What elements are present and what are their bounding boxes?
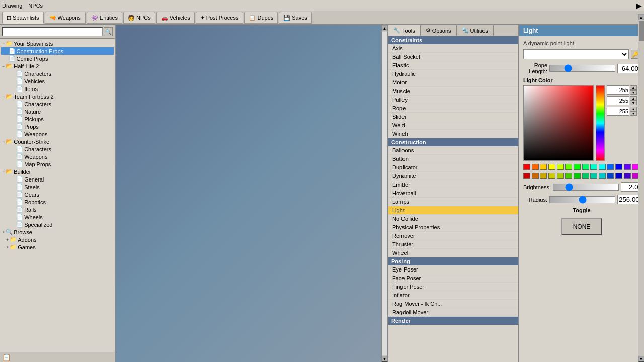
constraint-rope[interactable]: Rope xyxy=(388,104,518,113)
construction-wheel[interactable]: Wheel xyxy=(388,249,518,257)
tree-item-builder-specialized[interactable]: 📄 Specialized xyxy=(1,221,114,228)
posing-inflator[interactable]: Inflator xyxy=(388,291,518,300)
color-swatch[interactable] xyxy=(590,173,597,179)
light-dropdown[interactable] xyxy=(523,49,629,59)
color-swatch[interactable] xyxy=(599,173,606,179)
color-swatch[interactable] xyxy=(532,164,539,170)
tree-item-tf2[interactable]: − 📂 Team Fortress 2 xyxy=(1,93,114,100)
tree-item-spawnlists[interactable]: − 📁 Your Spawnlists xyxy=(1,40,114,47)
brightness-slider[interactable] xyxy=(553,184,619,191)
color-swatch[interactable] xyxy=(548,164,555,170)
color-swatch[interactable] xyxy=(624,164,631,170)
tree-item-cs-map-props[interactable]: 📄 Map Props xyxy=(1,160,114,168)
tree-item-builder-rails[interactable]: 📄 Rails xyxy=(1,206,114,213)
color-swatch[interactable] xyxy=(523,164,530,170)
tree-item-builder-gears[interactable]: 📄 Gears xyxy=(1,191,114,198)
posing-face[interactable]: Face Poser xyxy=(388,274,518,283)
color-swatch[interactable] xyxy=(582,173,589,179)
tab-vehicles[interactable]: 🚗 Vehicles xyxy=(156,12,195,24)
posing-ragdoll[interactable]: Ragdoll Mover xyxy=(388,308,518,317)
b-input[interactable] xyxy=(607,107,629,116)
construction-light[interactable]: Light xyxy=(388,206,518,215)
constraint-motor[interactable]: Motor xyxy=(388,78,518,87)
construction-duplicator[interactable]: Duplicator xyxy=(388,163,518,172)
expand-builder[interactable]: − xyxy=(2,169,5,174)
expand-addons[interactable]: + xyxy=(6,237,9,242)
scroll-up[interactable]: ▲ xyxy=(382,25,388,31)
tree-item-hl2-characters[interactable]: 📄 Characters xyxy=(1,70,114,77)
tree-item-builder-wheels[interactable]: 📄 Wheels xyxy=(1,213,114,221)
color-swatch[interactable] xyxy=(532,173,539,179)
tree-item-builder-general[interactable]: 📄 General xyxy=(1,175,114,183)
construction-lamps[interactable]: Lamps xyxy=(388,198,518,206)
tree-item-cs[interactable]: − 📂 Counter-Strike xyxy=(1,138,114,145)
tree-item-tf2-props[interactable]: 📄 Props xyxy=(1,123,114,130)
posing-finger[interactable]: Finger Poser xyxy=(388,283,518,291)
constraint-axis[interactable]: Axis xyxy=(388,44,518,53)
construction-hoverball[interactable]: Hoverball xyxy=(388,189,518,198)
tree-item-hl2-items[interactable]: 📄 Items xyxy=(1,85,114,93)
color-gradient-area[interactable] xyxy=(523,85,594,161)
color-swatch[interactable] xyxy=(557,173,564,179)
color-swatch[interactable] xyxy=(607,164,614,170)
color-swatch[interactable] xyxy=(523,173,530,179)
tree-item-comic-props[interactable]: 📄 Comic Props xyxy=(1,55,114,62)
constraint-pulley[interactable]: Pulley xyxy=(388,96,518,104)
tree-item-tf2-characters[interactable]: 📄 Characters xyxy=(1,100,114,108)
color-swatch[interactable] xyxy=(557,164,564,170)
constraint-elastic[interactable]: Elastic xyxy=(388,61,518,70)
constraint-weld[interactable]: Weld xyxy=(388,121,518,130)
b-down[interactable]: ▼ xyxy=(630,111,637,116)
color-swatch[interactable] xyxy=(624,173,631,179)
tree-item-hl2[interactable]: − 📂 Half-Life 2 xyxy=(1,62,114,70)
tree-item-tf2-nature[interactable]: 📄 Nature xyxy=(1,108,114,115)
expand-hl2[interactable]: − xyxy=(2,64,5,69)
constraint-winch[interactable]: Winch xyxy=(388,130,518,138)
rope-length-slider[interactable] xyxy=(549,65,615,72)
tree-item-tf2-pickups[interactable]: 📄 Pickups xyxy=(1,115,114,123)
color-swatch[interactable] xyxy=(574,164,581,170)
color-swatch[interactable] xyxy=(590,164,597,170)
g-up[interactable]: ▲ xyxy=(630,96,637,101)
window-controls[interactable]: ▶ xyxy=(636,2,642,10)
r-down[interactable]: ▼ xyxy=(630,90,637,95)
tab-saves[interactable]: 💾 Saves xyxy=(279,12,312,24)
tree-item-builder-steels[interactable]: 📄 Steels xyxy=(1,183,114,191)
constraint-muscle[interactable]: Muscle xyxy=(388,87,518,96)
b-up[interactable]: ▲ xyxy=(630,107,637,111)
posing-rag-mover[interactable]: Rag Mover - Ik Ch... xyxy=(388,300,518,308)
r-up[interactable]: ▲ xyxy=(630,85,637,90)
rope-length-value[interactable] xyxy=(617,64,640,73)
construction-emitter[interactable]: Emitter xyxy=(388,180,518,189)
construction-thruster[interactable]: Thruster xyxy=(388,240,518,249)
tab-tools[interactable]: 🔧 Tools xyxy=(388,25,421,36)
color-swatch[interactable] xyxy=(565,173,572,179)
tree-item-construction-props[interactable]: 📄 Construction Props xyxy=(1,47,114,55)
tab-options[interactable]: ⚙ Options xyxy=(421,25,457,36)
constraint-hydraulic[interactable]: Hydraulic xyxy=(388,70,518,78)
color-swatch[interactable] xyxy=(615,164,622,170)
color-swatch[interactable] xyxy=(574,173,581,179)
tree-item-tf2-weapons[interactable]: 📄 Weapons xyxy=(1,130,114,138)
color-swatch[interactable] xyxy=(540,164,547,170)
posing-eye[interactable]: Eye Poser xyxy=(388,265,518,274)
construction-button[interactable]: Button xyxy=(388,155,518,163)
search-button[interactable]: 🔍 xyxy=(104,27,113,36)
search-input[interactable] xyxy=(2,27,103,36)
tree-item-builder-robotics[interactable]: 📄 Robotics xyxy=(1,198,114,206)
construction-dynamite[interactable]: Dynamite xyxy=(388,172,518,180)
none-button[interactable]: NONE xyxy=(561,218,602,235)
construction-remover[interactable]: Remover xyxy=(388,232,518,240)
color-swatch[interactable] xyxy=(615,173,622,179)
color-swatch[interactable] xyxy=(582,164,589,170)
sidebar-action-icon[interactable]: 📋 xyxy=(2,353,11,361)
constraint-slider[interactable]: Slider xyxy=(388,113,518,121)
tab-postprocess[interactable]: ✦ Post Process xyxy=(196,12,244,24)
color-swatch[interactable] xyxy=(548,173,555,179)
tab-dupes[interactable]: 📋 Dupes xyxy=(244,12,278,24)
construction-balloons[interactable]: Balloons xyxy=(388,146,518,155)
tree-item-games[interactable]: + 📁 Games xyxy=(1,243,114,251)
tab-entities[interactable]: 👾 Entities xyxy=(87,12,122,24)
color-gradient[interactable] xyxy=(523,85,594,161)
color-swatch[interactable] xyxy=(607,173,614,179)
